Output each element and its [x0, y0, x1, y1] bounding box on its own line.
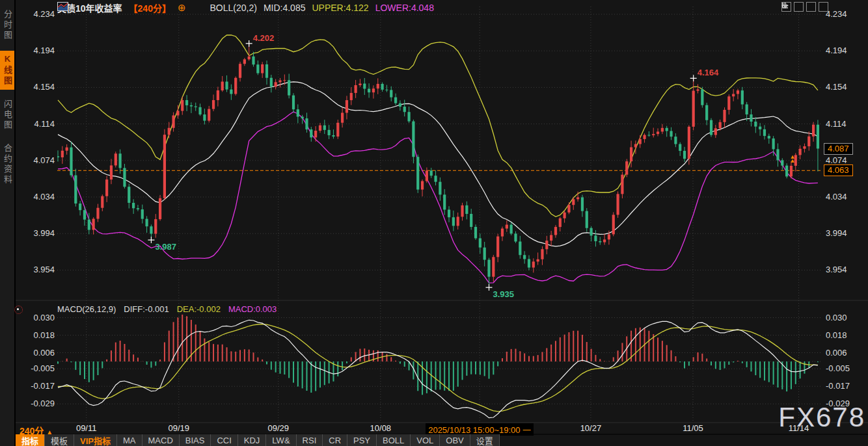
macd-diff-value: DIFF:-0.001: [124, 304, 169, 314]
y-axis-label: 4.074: [826, 155, 847, 165]
y-axis-label: 3.994: [826, 228, 847, 238]
y-axis-label: -0.005: [31, 363, 55, 373]
trading-app-window: 4.2023.9873.9354.1644.2344.2344.1944.194…: [0, 0, 868, 446]
macd-settings-icon[interactable]: [14, 306, 23, 314]
tab-MACD[interactable]: MACD: [142, 434, 180, 446]
y-axis-label: 0.030: [33, 313, 55, 322]
y-axis-label: 4.154: [33, 82, 55, 92]
sidebar-item-3[interactable]: 合约资料: [0, 140, 14, 189]
last-price-badge: 4.087: [824, 143, 853, 155]
y-axis-label: 3.994: [33, 228, 55, 238]
tab-CR[interactable]: CR: [323, 434, 347, 446]
tab-MA[interactable]: MA: [117, 434, 142, 446]
tab-OBV[interactable]: OBV: [440, 434, 470, 446]
x-axis-label: 09/11: [76, 423, 97, 433]
tab-BOLL[interactable]: BOLL: [377, 434, 411, 446]
price-annotation: 3.935: [493, 289, 515, 299]
y-axis-label: 4.194: [826, 46, 847, 55]
ref-price-badge: 4.063: [824, 164, 853, 176]
tab-KDJ[interactable]: KDJ: [238, 434, 267, 446]
y-axis-label: 4.034: [826, 192, 847, 202]
sidebar-item-2[interactable]: 闪电图: [0, 96, 14, 134]
tab-设置[interactable]: 设置: [470, 434, 500, 446]
macd-name: MACD(26,12,9): [57, 304, 116, 314]
y-axis-label: 3.954: [826, 265, 847, 274]
tab-PSY[interactable]: PSY: [347, 434, 377, 446]
main-chart-canvas[interactable]: 4.2023.9873.9354.1644.2344.2344.1944.194…: [0, 0, 868, 446]
y-axis-label: 4.034: [33, 192, 55, 202]
macd-header: MACD(26,12,9) DIFF:-0.001 DEA:-0.002 MAC…: [57, 304, 277, 314]
y-axis-label: 4.114: [34, 119, 55, 129]
y-axis-label: 0.018: [33, 330, 55, 340]
price-annotation: 4.202: [253, 33, 275, 43]
y-axis-label: 4.234: [826, 9, 847, 19]
sidebar-item-0[interactable]: 分时图: [0, 7, 14, 44]
y-axis-label: 0.006: [826, 348, 847, 358]
boll-mid-value: MID:4.085: [264, 3, 306, 13]
indicator-tabbar: 指标模板VIP指标MAMACDBIASCCIKDJLW&RSICRPSYBOLL…: [16, 434, 500, 446]
tab-BIAS[interactable]: BIAS: [180, 434, 211, 446]
y-axis-scale-icon[interactable]: [806, 2, 816, 12]
x-axis-label: 09/29: [267, 423, 289, 433]
y-axis-label: 4.194: [33, 46, 55, 55]
chart-type-sidebar: 分时图K线图闪电图合约资料: [0, 0, 16, 446]
x-axis-scale-icon[interactable]: [794, 2, 804, 12]
x-axis-label: 10/08: [370, 423, 392, 433]
brand-watermark: FX678: [778, 402, 865, 433]
sidebar-item-1[interactable]: K线图: [0, 51, 14, 90]
y-axis-label: 0.006: [33, 348, 55, 358]
tab-模板[interactable]: 模板: [45, 434, 74, 446]
chart-header: 美债10年收益率 【240分】 ⊕ BOLL(20,2) MID:4.085 U…: [57, 2, 434, 14]
tab-LW&[interactable]: LW&: [266, 434, 296, 446]
x-axis-labels: 09/1109/1909/2910/082025/10/13 15:00~19:…: [0, 423, 868, 434]
macd-macd-value: MACD:0.003: [228, 304, 277, 314]
price-alert-arrow-icon: ▲▲: [789, 155, 796, 163]
macd-dea-value: DEA:-0.002: [177, 304, 221, 314]
x-axis-label: 09/19: [168, 423, 189, 433]
tab-VIP指标[interactable]: VIP指标: [74, 434, 117, 446]
y-axis-label: 4.154: [826, 82, 847, 92]
y-axis-label: -0.005: [826, 363, 850, 373]
tab-VOL[interactable]: VOL: [411, 434, 440, 446]
boll-upper-value: UPPER:4.122: [312, 3, 368, 13]
y-axis-label: 3.954: [33, 265, 55, 274]
y-axis-label: 4.234: [33, 9, 55, 19]
boll-label: BOLL(20,2): [210, 3, 257, 13]
pop-out-icon[interactable]: [819, 2, 828, 12]
y-axis-label: -0.017: [826, 381, 850, 391]
y-axis-label: 4.074: [33, 155, 55, 165]
tab-RSI[interactable]: RSI: [297, 434, 323, 446]
indicator-chart-icon: [193, 3, 204, 12]
y-axis-label: 4.114: [826, 119, 847, 129]
tab-指标[interactable]: 指标: [16, 434, 45, 446]
circle-plus-icon[interactable]: ⊕: [178, 3, 186, 12]
boll-lower-value: LOWER:4.048: [375, 3, 434, 13]
chart-toolbar: [781, 2, 828, 12]
y-axis-label: 0.030: [826, 313, 847, 322]
y-axis-label: -0.029: [31, 399, 55, 408]
tab-CCI[interactable]: CCI: [211, 434, 237, 446]
period-tag[interactable]: 【240分】: [129, 1, 171, 14]
y-axis-label: -0.017: [31, 381, 55, 391]
x-axis-label: 11/05: [683, 423, 703, 433]
price-annotation: 4.164: [698, 68, 719, 77]
price-annotation: 3.987: [155, 242, 176, 252]
x-axis-label: 10/27: [580, 423, 602, 433]
y-axis-label: 0.018: [826, 330, 847, 340]
